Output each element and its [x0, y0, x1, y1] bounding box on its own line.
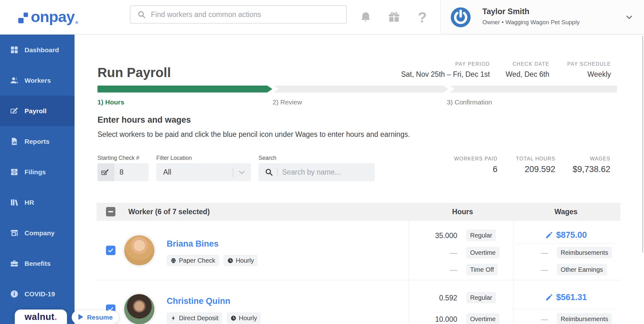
payment-method-badge: Paper Check [167, 255, 219, 266]
resume-button[interactable]: Resume [72, 310, 119, 324]
starting-check-input[interactable]: 8 [97, 163, 149, 181]
wages-label: WAGES [573, 156, 610, 162]
registered-mark: ® [75, 20, 78, 25]
step-review: 2) Review [273, 98, 302, 106]
sidebar-item-dashboard[interactable]: Dashboard [0, 35, 75, 65]
sidebar-item-covid19[interactable]: COVID-19 [0, 279, 75, 309]
walnut-logo: walnut. [25, 312, 57, 322]
search-icon [137, 10, 146, 19]
workers-icon [10, 76, 19, 85]
chevron-down-icon [238, 168, 246, 176]
wage-edit-link[interactable]: $561.31 [545, 293, 587, 302]
pay-schedule: PAY SCHEDULE Weekly [567, 61, 611, 79]
sidebar-item-payroll[interactable]: Payroll [0, 96, 75, 126]
wage-edit-link[interactable]: $875.00 [545, 230, 587, 240]
progress-segment-confirmation [450, 86, 617, 92]
search-icon [265, 168, 273, 176]
progress-segment-review [274, 86, 448, 92]
input-divider [277, 168, 278, 177]
reimbursements-badge: Reimbursements [557, 247, 612, 258]
hours-timeoff-badge: Time Off [466, 264, 498, 275]
rewards-button[interactable] [387, 9, 401, 25]
pay-type-label: Hourly [239, 315, 257, 322]
sidebar-label: Filings [25, 168, 46, 176]
info-icon [10, 290, 19, 298]
sidebar-item-benefits[interactable]: Benefits [0, 248, 75, 279]
section-subtitle: Select workers to be paid and click the … [97, 130, 410, 139]
workers-paid-value: 6 [454, 165, 497, 174]
filings-icon [10, 168, 19, 176]
other-earnings-value: — [541, 266, 548, 274]
filter-location-select[interactable]: All [156, 163, 251, 181]
hours-column-header: Hours [452, 208, 473, 216]
top-header: onpay ® Find workers and common actions … [0, 0, 644, 35]
pay-type-badge: Hourly [227, 312, 261, 324]
wages-column-header: Wages [554, 208, 577, 216]
filter-location-value: All [156, 168, 233, 176]
workers-paid-label: WORKERS PAID [454, 156, 497, 162]
hours-regular-badge: Regular [466, 292, 496, 303]
sidebar-item-filings[interactable]: Filings [0, 157, 75, 187]
hours-overtime-badge: Overtime [466, 313, 499, 324]
pay-schedule-label: PAY SCHEDULE [567, 61, 611, 67]
search-label: Search [258, 155, 276, 161]
sidebar-nav: Dashboard Workers Payroll Reports Filing… [0, 35, 75, 324]
global-search-input[interactable]: Find workers and common actions [130, 5, 347, 24]
section-heading: Enter hours and wages [97, 115, 191, 125]
hours-overtime-value: 10.000 [435, 315, 457, 324]
table-header: Worker (6 of 7 selected) Hours Wages [97, 203, 620, 221]
payment-method-label: Paper Check [179, 257, 215, 264]
check-date-label: CHECK DATE [506, 61, 549, 67]
worker-search-input[interactable]: Search by name... [258, 163, 375, 181]
sidebar-label: Company [25, 229, 55, 237]
starting-check-value: 8 [114, 168, 124, 176]
sidebar-item-workers[interactable]: Workers [0, 65, 75, 96]
help-button[interactable]: ? [415, 9, 430, 25]
sidebar-label: Payroll [25, 107, 47, 115]
wage-divider [515, 309, 617, 310]
starting-check-label: Starting Check # [97, 155, 139, 161]
select-all-checkbox[interactable] [106, 207, 115, 216]
pencil-icon [545, 231, 553, 239]
worker-avatar [124, 294, 154, 324]
user-role-company: Owner • Wagging Wagon Pet Supply [482, 19, 580, 26]
lightning-icon [170, 315, 176, 321]
progress-bar [97, 86, 617, 92]
summary-total-hours: TOTAL HOURS 209.592 [516, 156, 555, 174]
pay-period-label: PAY PERIOD [401, 61, 490, 67]
hours-regular-value: 35.000 [435, 232, 457, 240]
worker-column-header: Worker (6 of 7 selected) [128, 208, 210, 216]
page-scrollbar[interactable] [642, 36, 643, 253]
reimbursements-value: — [541, 249, 548, 257]
workers-table: Worker (6 of 7 selected) Hours Wages Bri… [97, 203, 620, 324]
pay-type-badge: Hourly [224, 255, 258, 266]
app-window: onpay ® Find workers and common actions … [0, 0, 644, 324]
onpay-logo-text: onpay [31, 8, 75, 26]
hours-regular-value: 0.592 [439, 294, 457, 302]
help-icon: ? [418, 10, 427, 25]
sidebar-label: Benefits [25, 260, 51, 267]
sidebar-label: Workers [25, 77, 51, 84]
sidebar-item-reports[interactable]: Reports [0, 126, 75, 157]
check-date-value: Wed, Dec 6th [506, 70, 549, 79]
payroll-icon [10, 107, 19, 115]
progress-segment-hours [97, 86, 272, 92]
reimbursements-badge: Reimbursements [557, 313, 612, 324]
sidebar-item-company[interactable]: Company [0, 218, 75, 248]
row-checkbox[interactable] [106, 246, 115, 255]
onpay-logo[interactable]: onpay ® [18, 8, 78, 26]
walnut-widget[interactable]: walnut. [15, 310, 67, 324]
user-menu-chevron-down-icon[interactable] [625, 13, 633, 21]
sidebar-item-hr[interactable]: HR [0, 187, 75, 218]
company-avatar[interactable] [450, 7, 471, 28]
hours-regular-badge: Regular [466, 230, 496, 241]
check-date: CHECK DATE Wed, Dec 6th [506, 61, 549, 79]
worker-badges: Paper Check Hourly [167, 255, 258, 266]
notifications-button[interactable] [358, 9, 373, 25]
pay-schedule-value: Weekly [567, 70, 611, 79]
worker-badges: Direct Deposit Hourly [167, 312, 261, 324]
worker-name-link[interactable]: Briana Bines [167, 239, 219, 249]
summary-wages: WAGES $9,738.62 [573, 156, 610, 174]
other-earnings-badge: Other Earnings [557, 264, 607, 275]
worker-name-link[interactable]: Christine Quinn [167, 296, 230, 306]
